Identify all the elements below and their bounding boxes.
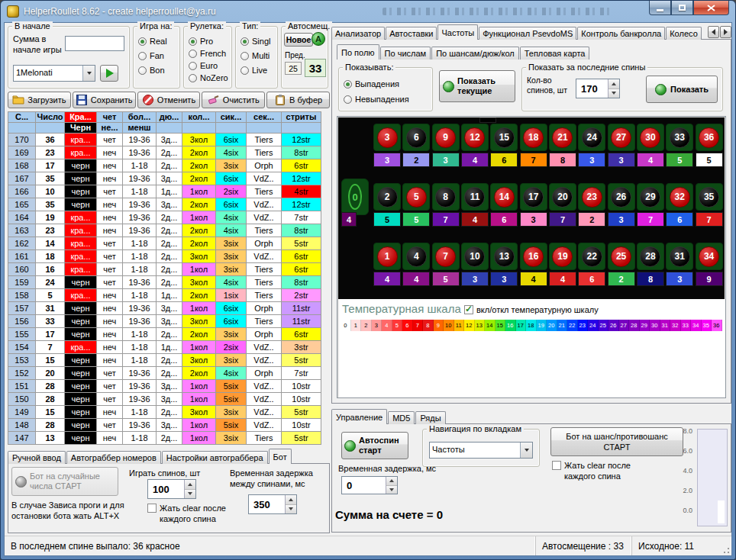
stepper-up-icon[interactable]: [185, 480, 195, 490]
left-tab-Ручной ввод[interactable]: Ручной ввод: [8, 451, 66, 464]
freq-tab-Тепловая карта[interactable]: Тепловая карта: [520, 47, 590, 60]
save-button[interactable]: Сохранить: [73, 92, 136, 108]
new-offset-button[interactable]: Новое: [284, 33, 313, 47]
wheel-radio-French[interactable]: French: [189, 48, 230, 59]
table-cell: 17: [36, 159, 65, 172]
table-cell: 158: [8, 289, 36, 302]
type-radio-Live[interactable]: Live: [240, 65, 276, 76]
close-button[interactable]: [693, 1, 729, 15]
checkbox-icon[interactable]: [147, 504, 157, 513]
control-clear-checkbox[interactable]: Жать clear после каждого спина: [552, 461, 660, 482]
stepper-down-icon[interactable]: [386, 486, 397, 494]
stepper-up-icon[interactable]: [608, 79, 619, 89]
maximize-button[interactable]: [671, 1, 693, 15]
freq-tab-По числам[interactable]: По числам: [380, 47, 431, 60]
clear-button[interactable]: Очистить: [202, 92, 265, 108]
table-cell: 10str: [282, 419, 321, 432]
show-icon: [655, 84, 667, 95]
left-tab-Автограббер номеров[interactable]: Автограббер номеров: [66, 451, 161, 464]
checkbox-icon[interactable]: [464, 305, 473, 314]
table-cell: 3д...: [157, 419, 182, 432]
left-tab-Бот[interactable]: Бот: [269, 449, 292, 464]
board-cell-7: 7: [432, 243, 460, 270]
type-radio-Singl[interactable]: Singl: [240, 36, 276, 47]
random-bot-start-button[interactable]: Бот на случайные числа СТАРТ: [11, 467, 118, 496]
play-button[interactable]: [100, 65, 118, 82]
tab-scroll-right-button[interactable]: [720, 26, 731, 38]
chance-bot-start-button[interactable]: Бот на шанс/противошанс СТАРТ: [550, 427, 683, 456]
stepper-up-icon[interactable]: [286, 495, 296, 505]
tab-scroll-left-button[interactable]: [708, 26, 719, 38]
last-spins-value[interactable]: 170: [576, 79, 608, 98]
spin-delay-value[interactable]: 350: [249, 495, 285, 513]
stepper-down-icon[interactable]: [185, 490, 195, 499]
stepper-down-icon[interactable]: [286, 505, 296, 514]
board-cell-29: 29: [637, 183, 664, 211]
control-delay-stepper[interactable]: 0: [341, 476, 398, 494]
table-cell: 5str: [282, 432, 321, 445]
table-cell: 2six: [216, 185, 247, 198]
ctrl-tab-MD5[interactable]: MD5: [388, 411, 415, 424]
chevron-down-icon[interactable]: [82, 66, 95, 81]
autospin-start-button[interactable]: Автоспин старт: [341, 432, 408, 459]
start-sum-input[interactable]: [65, 36, 124, 51]
load-button[interactable]: Загрузить: [8, 92, 71, 108]
radio-label: Real: [150, 37, 167, 46]
left-tab-Настройки автограббера[interactable]: Настройки автограббера: [162, 451, 268, 464]
main-tab-Автоставки[interactable]: Автоставки: [386, 27, 437, 40]
table-cell: 2д...: [157, 276, 182, 289]
temp-scale-cell: 31: [660, 320, 671, 331]
ctrl-tab-Управление[interactable]: Управление: [331, 409, 387, 424]
board-cell-1: 1: [373, 243, 401, 270]
game-radio-Fan[interactable]: Fan: [138, 50, 178, 61]
spin-delay-stepper[interactable]: 350: [248, 494, 297, 514]
minimize-button[interactable]: [649, 1, 671, 15]
control-delay-value[interactable]: 0: [342, 477, 386, 494]
game-radio-Real[interactable]: Real: [138, 36, 178, 47]
stepper-down-icon[interactable]: [608, 89, 619, 98]
main-tab-Анализатор[interactable]: Анализатор: [331, 27, 385, 40]
show-radio-Выпадения[interactable]: Выпадения: [344, 79, 431, 89]
auto-badge[interactable]: A: [312, 32, 325, 46]
chevron-down-icon[interactable]: [520, 443, 532, 458]
wheel-radio-Euro[interactable]: Euro: [189, 60, 230, 71]
table-cell: 5str: [282, 406, 321, 419]
show-button[interactable]: Показать: [646, 76, 718, 103]
titlebar[interactable]: HelperRoullet 8.62 - create helperroulle…: [1, 1, 735, 22]
show-radio-Невыпадения[interactable]: Невыпадения: [344, 94, 431, 105]
main-tab-Функционал PsevdoMS[interactable]: Функционал PsevdoMS: [479, 27, 576, 40]
game-radio-Bon[interactable]: Bon: [138, 65, 178, 76]
board-number: 23: [582, 187, 602, 208]
spins-count-stepper[interactable]: 100: [147, 479, 196, 499]
last-spins-stepper[interactable]: 170: [576, 79, 620, 98]
bot-clear-checkbox[interactable]: Жать clear после каждого спина: [147, 504, 240, 525]
undo-button[interactable]: Отменить: [137, 92, 201, 108]
profile-combobox[interactable]: 1Melonati: [13, 65, 95, 82]
checkbox-icon[interactable]: [552, 461, 561, 470]
show-current-button[interactable]: Показать текущие: [439, 70, 515, 102]
stepper-up-icon[interactable]: [386, 477, 397, 486]
type-radio-Multi[interactable]: Multi: [240, 50, 276, 61]
spins-count-value[interactable]: 100: [148, 480, 184, 498]
table-cell: 1-18: [123, 263, 157, 276]
freq-tab-По полю[interactable]: По полю: [337, 44, 379, 60]
table-cell: 1кол: [182, 419, 216, 432]
table-cell: чет: [97, 393, 123, 406]
wheel-radio-NoZero[interactable]: NoZero: [189, 72, 230, 83]
navigation-combobox[interactable]: Частоты: [429, 442, 533, 459]
resize-grip[interactable]: [721, 545, 731, 555]
table-cell: 3д...: [157, 393, 182, 406]
freq-tab-По шансам/дюж/кол[interactable]: По шансам/дюж/кол: [431, 47, 519, 60]
balance-chart-axis: 8.06.04.02.00.0: [673, 424, 694, 531]
main-tab-Колесо[interactable]: Колесо: [666, 27, 702, 40]
main-tab-Частоты[interactable]: Частоты: [437, 24, 478, 40]
table-cell: 5: [36, 289, 65, 302]
table-cell: 2кол: [182, 367, 216, 380]
ctrl-tab-Ряды[interactable]: Ряды: [415, 411, 445, 424]
copy-buffer-button[interactable]: В буфер: [266, 92, 330, 108]
main-tab-Контроль банкролла[interactable]: Контроль банкролла: [577, 27, 665, 40]
wheel-radio-Pro[interactable]: Pro: [189, 36, 230, 47]
right-column: АнализаторАвтоставкиЧастотыФункционал Ps…: [331, 23, 731, 536]
table-cell: неч: [97, 172, 123, 185]
temperature-scale-checkbox[interactable]: вкл/откл температурную шкалу: [464, 305, 632, 316]
